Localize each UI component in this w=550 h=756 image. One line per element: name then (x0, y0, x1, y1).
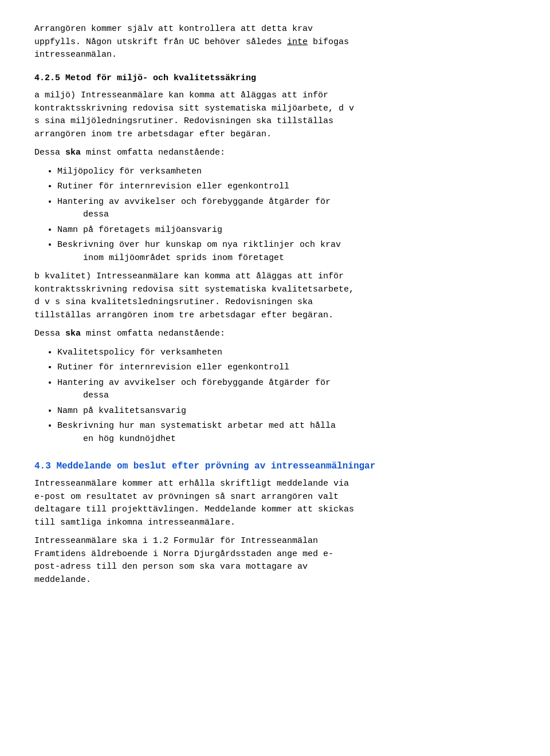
dessa2-label: Dessa (34, 329, 65, 338)
list-item: Namn på kvalitetsansvarig (57, 405, 516, 418)
list-item: Beskrivning hur man systematiskt arbetar… (57, 420, 516, 446)
list-item: Hantering av avvikelser och förebyggande… (57, 196, 516, 222)
list-item: Miljöpolicy för verksamheten (57, 166, 516, 179)
list-item: Hantering av avvikelser och förebyggande… (57, 377, 516, 403)
dessa-ska: ska (65, 148, 81, 158)
intro-line1: Arrangören kommer själv att kontrollera … (34, 24, 313, 34)
intro-line2-end: bifogas (308, 37, 349, 47)
dessa-label: Dessa (34, 148, 65, 158)
dessa-kvalitet-intro: Dessa ska minst omfatta nedanstående: (34, 328, 516, 341)
list-item: Kvalitetspolicy för verksamheten (57, 346, 516, 360)
section-43-heading: 4.3 Meddelande om beslut efter prövning … (34, 459, 516, 473)
dessa2-ska: ska (65, 329, 81, 338)
dessa2-rest: minst omfatta nedanstående: (81, 329, 225, 338)
list-item: Rutiner för internrevision eller egenkon… (57, 361, 516, 375)
section-425-heading: 4.2.5 Metod för miljö- och kvalitetssäkr… (34, 72, 516, 85)
list-item: Rutiner för internrevision eller egenkon… (57, 180, 516, 194)
para-kvalitet: b kvalitet) Intresseanmälare kan komma a… (34, 270, 516, 322)
intro-line2-start: uppfylls. Någon utskrift från UC behöver… (34, 37, 287, 47)
list-item: Namn på företagets miljöansvarig (57, 224, 516, 237)
miljo-bullet-list: Miljöpolicy för verksamheten Rutiner för… (57, 166, 516, 265)
intro-underline: inte (287, 37, 308, 47)
para-miljo: a miljö) Intresseanmälare kan komma att … (34, 89, 516, 141)
section-43-para1: Intresseanmälare kommer att erhålla skri… (34, 478, 516, 529)
section-43-para2: Intresseanmälare ska i 1.2 Formulär för … (34, 535, 516, 586)
dessa-miljo-intro: Dessa ska minst omfatta nedanstående: (34, 147, 516, 160)
kvalitet-bullet-list: Kvalitetspolicy för verksamheten Rutiner… (57, 346, 516, 446)
dessa-rest: minst omfatta nedanstående: (81, 148, 225, 158)
document-content: Arrangören kommer själv att kontrollera … (34, 23, 516, 586)
list-item: Beskrivning över hur kunskap om nya rikt… (57, 239, 516, 265)
intro-line3: intresseanmälan. (34, 50, 117, 60)
intro-paragraph: Arrangören kommer själv att kontrollera … (34, 23, 516, 62)
